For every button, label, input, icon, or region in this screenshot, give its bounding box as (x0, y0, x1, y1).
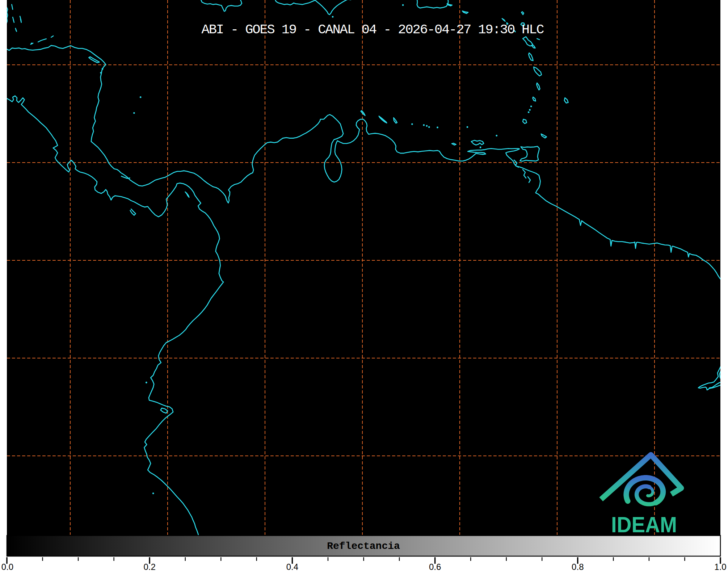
svg-text:0.2: 0.2 (144, 562, 156, 571)
svg-text:IDEAM: IDEAM (611, 512, 677, 537)
svg-text:0.6: 0.6 (429, 562, 441, 571)
svg-text:1.0: 1.0 (714, 562, 726, 571)
svg-text:0.4: 0.4 (286, 562, 298, 571)
svg-text:ABI - GOES 19 - CANAL 04 - 202: ABI - GOES 19 - CANAL 04 - 2026-04-27 19… (202, 22, 544, 37)
svg-text:0.0: 0.0 (1, 562, 13, 571)
svg-text:0.8: 0.8 (572, 562, 584, 571)
svg-text:Reflectancia: Reflectancia (327, 541, 400, 552)
